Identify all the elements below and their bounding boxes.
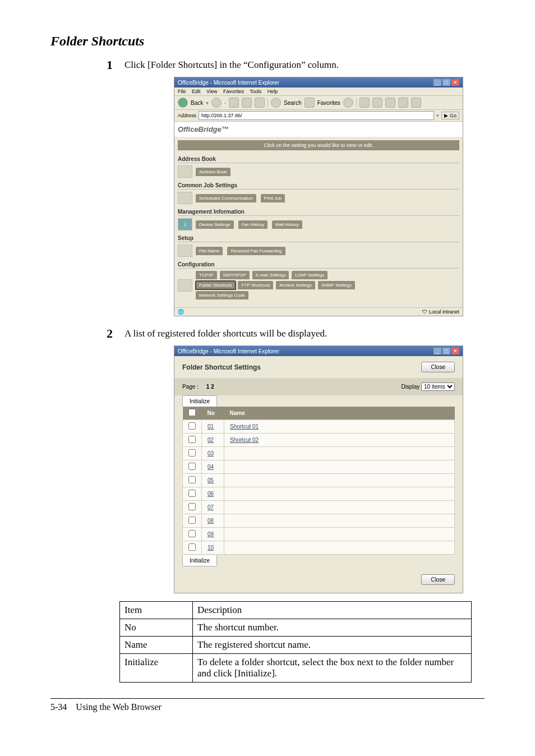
tab-ftp-shortcuts[interactable]: FTP Shortcuts: [238, 281, 273, 289]
row-checkbox[interactable]: [188, 463, 196, 470]
print-button[interactable]: [372, 98, 382, 108]
close-button-bottom[interactable]: Close: [421, 574, 455, 585]
page-numbers[interactable]: 1 2: [206, 384, 214, 390]
section-head-common: Common Job Settings: [178, 182, 459, 190]
tab-file-name[interactable]: File Name: [196, 247, 223, 255]
row-name-link[interactable]: Shortcut 02: [230, 437, 259, 443]
search-icon[interactable]: [271, 98, 281, 108]
stop-button[interactable]: [229, 98, 239, 108]
row-number-link[interactable]: 04: [207, 464, 214, 470]
tab-scheduled-comm[interactable]: Scheduled Communication: [196, 194, 256, 202]
page-number: 5-34: [50, 702, 67, 712]
tab-device-settings[interactable]: Device Settings: [196, 220, 234, 229]
row-checkbox[interactable]: [188, 490, 196, 497]
home-button[interactable]: [255, 98, 265, 108]
close-icon[interactable]: ✕: [451, 79, 459, 86]
go-button[interactable]: ▶ Go: [441, 112, 459, 119]
menu-edit[interactable]: Edit: [192, 89, 201, 94]
row-number-link[interactable]: 07: [207, 504, 214, 510]
status-zone: 🛡 Local intranet: [422, 309, 459, 315]
menu-bar: File Edit View Favorites Tools Help: [174, 87, 463, 96]
initialize-tab-bottom[interactable]: Initialize: [182, 555, 217, 566]
row-number-link[interactable]: 06: [207, 491, 214, 497]
menu-help[interactable]: Help: [268, 89, 278, 94]
row-checkbox[interactable]: [188, 476, 196, 483]
maximize-icon[interactable]: □: [442, 348, 450, 354]
col-header-no: No: [202, 407, 224, 420]
row-checkbox[interactable]: [188, 517, 196, 524]
address-label: Address: [178, 113, 196, 118]
tab-tcpip[interactable]: TCP/IP: [196, 271, 217, 279]
menu-view[interactable]: View: [206, 89, 217, 94]
forward-button[interactable]: [211, 98, 222, 108]
table-row: 10: [183, 541, 455, 555]
table-row: 09: [183, 528, 455, 541]
section-common-job: Common Job Settings Scheduled Communicat…: [178, 182, 459, 204]
discuss-button[interactable]: [398, 98, 408, 108]
tab-address-book[interactable]: Address Book: [196, 168, 230, 176]
table-row: 03: [183, 447, 455, 460]
tab-fax-history[interactable]: Fax History: [238, 220, 268, 229]
tab-network-code[interactable]: Network Settings Code: [196, 291, 248, 299]
menu-favorites[interactable]: Favorites: [223, 89, 244, 94]
select-all-checkbox[interactable]: [188, 409, 196, 416]
row-number-link[interactable]: 09: [207, 531, 214, 537]
edit-button[interactable]: [385, 98, 395, 108]
tab-ldap-settings[interactable]: LDAP Settings: [292, 271, 328, 279]
close-icon[interactable]: ✕: [451, 348, 459, 354]
table-row: 08: [183, 514, 455, 528]
row-checkbox[interactable]: [188, 530, 196, 537]
browser-window-1: OfficeBridge - Microsoft Internet Explor…: [174, 77, 463, 316]
row-number-link[interactable]: 08: [207, 518, 214, 524]
row-checkbox[interactable]: [188, 543, 196, 551]
row-number-link[interactable]: 02: [207, 437, 214, 443]
row-number-link[interactable]: 03: [207, 450, 214, 457]
window-title: OfficeBridge - Microsoft Internet Explor…: [178, 348, 279, 354]
display-label: Display: [401, 384, 419, 390]
tab-email-settings[interactable]: E-mail Settings: [252, 271, 289, 279]
info-icon: i: [178, 218, 192, 231]
refresh-button[interactable]: [242, 98, 252, 108]
status-left: 🌐: [178, 309, 184, 315]
toolbar: Back ▾ · Search Favorites: [174, 96, 463, 110]
tab-received-fax[interactable]: Received Fax Forwarding: [227, 247, 285, 255]
favorites-icon[interactable]: [305, 98, 315, 108]
menu-file[interactable]: File: [178, 89, 186, 94]
minimize-icon[interactable]: _: [433, 79, 441, 86]
row-number-link[interactable]: 05: [207, 477, 214, 483]
messenger-button[interactable]: [411, 98, 421, 108]
maximize-icon[interactable]: □: [442, 79, 450, 86]
row-number-link[interactable]: 01: [207, 423, 214, 430]
row-checkbox[interactable]: [188, 436, 196, 443]
section-head-setup: Setup: [178, 235, 459, 242]
back-button[interactable]: [178, 98, 188, 108]
row-checkbox[interactable]: [188, 449, 196, 457]
table-row: 04: [183, 460, 455, 474]
row-name-link[interactable]: Shortcut 01: [230, 423, 259, 430]
mail-button[interactable]: [359, 98, 370, 108]
tab-print-job[interactable]: Print Job: [261, 194, 285, 202]
tab-folder-shortcuts[interactable]: Folder Shortcuts: [196, 281, 236, 289]
back-label: Back: [191, 100, 203, 106]
display-select[interactable]: 10 items: [421, 382, 455, 391]
tab-archive-settings[interactable]: Archive Settings: [276, 281, 315, 289]
section-head-mgmt: Management Information: [178, 209, 459, 216]
initialize-tab-top[interactable]: Initialize: [182, 395, 217, 407]
row-number-link[interactable]: 10: [207, 545, 214, 551]
address-input[interactable]: [199, 111, 434, 120]
description-table: Item Description No The shortcut number.…: [119, 601, 472, 683]
panel-footer: Close: [174, 566, 463, 593]
tab-smtp-pop[interactable]: SMTP/POP: [220, 271, 250, 279]
row-checkbox[interactable]: [188, 503, 196, 510]
menu-tools[interactable]: Tools: [250, 89, 261, 94]
section-title: Folder Shortcuts: [50, 34, 485, 49]
history-button[interactable]: [343, 98, 353, 108]
tab-mail-history[interactable]: Mail History: [272, 220, 302, 229]
section-address-book: Address Book Address Book: [178, 156, 459, 178]
close-button[interactable]: Close: [421, 362, 455, 372]
row-checkbox[interactable]: [188, 422, 196, 430]
step-text: A list of registered folder shortcuts wi…: [124, 326, 327, 339]
minimize-icon[interactable]: _: [433, 348, 441, 354]
step-2: 2 A list of registered folder shortcuts …: [107, 326, 485, 341]
tab-snmp-settings[interactable]: SNMP Settings: [318, 281, 355, 289]
